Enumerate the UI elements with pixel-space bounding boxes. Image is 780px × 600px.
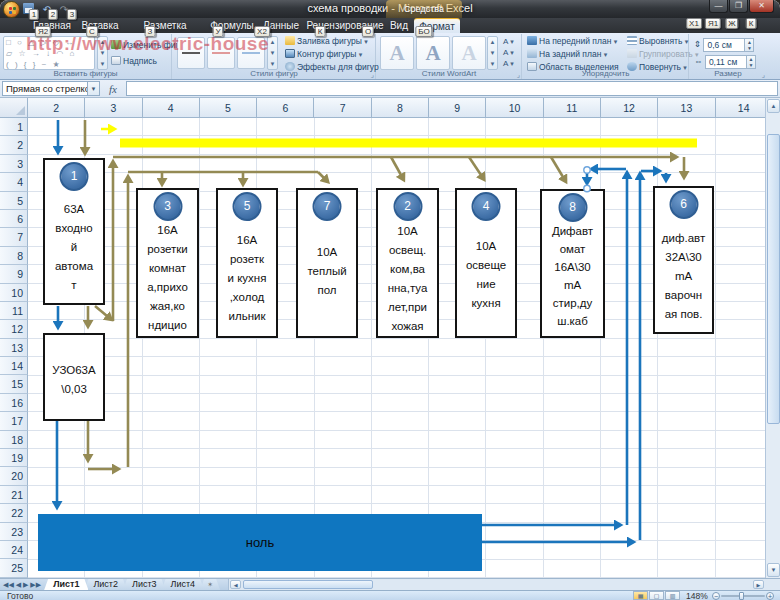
bring-to-front-button[interactable]: На передний план ▾: [527, 35, 617, 48]
shape-box1[interactable]: 163Авходнойавтомат: [43, 158, 105, 305]
column-header-12[interactable]: 12: [601, 98, 658, 118]
column-header-3[interactable]: 3: [85, 98, 142, 118]
wordart-style-1[interactable]: A: [380, 36, 414, 70]
row-header-4[interactable]: 4: [0, 173, 28, 191]
wordart-scroll[interactable]: ▲▼▼: [487, 36, 498, 70]
shape-box7[interactable]: 710Атеплыйпол: [296, 188, 358, 338]
column-header-9[interactable]: 9: [429, 98, 486, 118]
row-header-5[interactable]: 5: [0, 192, 28, 210]
row-header-7[interactable]: 7: [0, 228, 28, 246]
group-button[interactable]: Группировать ▾: [627, 48, 699, 61]
row-header-25[interactable]: 25: [0, 559, 28, 577]
scroll-up-button[interactable]: ▲: [767, 99, 780, 113]
shape-box8[interactable]: 8Дифавтомат16А\30mAстир,душ.каб: [540, 189, 605, 338]
wordart-dialog-launcher[interactable]: ⌟: [517, 71, 520, 78]
shape-fill-button[interactable]: Заливка фигуры ▾: [285, 35, 368, 48]
shape-nol[interactable]: ноль: [38, 514, 482, 571]
horizontal-scroll-thumb[interactable]: [243, 580, 373, 589]
row-header-1[interactable]: 1: [0, 118, 28, 136]
shape-box2[interactable]: 210Аосвещ.ком,ванна,туалет,прихожая: [376, 188, 439, 338]
shape-box4[interactable]: 410Аосвещениекухня: [455, 188, 517, 338]
shape-height-field[interactable]: ⇕ 0,6 см▲▼: [694, 36, 754, 52]
zoom-out-button[interactable]: −: [712, 592, 720, 600]
row-header-8[interactable]: 8: [0, 247, 28, 265]
shape-styles-dialog-launcher[interactable]: ⌟: [371, 71, 374, 78]
row-header-13[interactable]: 13: [0, 339, 28, 357]
row-header-2[interactable]: 2: [0, 136, 28, 154]
sheet-tab-Лист2[interactable]: Лист2: [84, 579, 127, 590]
shape-width-field[interactable]: ⇔ 0,11 см▲▼: [694, 53, 756, 69]
column-header-13[interactable]: 13: [658, 98, 715, 118]
row-header-14[interactable]: 14: [0, 357, 28, 375]
scroll-right-button[interactable]: ▶: [753, 580, 764, 589]
row-header-18[interactable]: 18: [0, 431, 28, 449]
text-effects-button[interactable]: A ▾: [503, 58, 514, 69]
row-header-20[interactable]: 20: [0, 467, 28, 485]
row-header-19[interactable]: 19: [0, 449, 28, 467]
vertical-scroll-thumb[interactable]: [767, 134, 780, 424]
sheet-tab-Лист4[interactable]: Лист4: [162, 579, 205, 590]
row-header-3[interactable]: 3: [0, 155, 28, 173]
row-header-10[interactable]: 10: [0, 284, 28, 302]
maximize-button[interactable]: ❐: [729, 0, 748, 13]
row-header-9[interactable]: 9: [0, 265, 28, 283]
align-button[interactable]: Выровнять ▾: [627, 35, 688, 48]
textbox-button[interactable]: Надпись: [111, 55, 157, 68]
normal-view-button[interactable]: ▦: [633, 591, 648, 600]
sheet-tab-Лист3[interactable]: Лист3: [123, 579, 166, 590]
name-box-dropdown[interactable]: ▼: [88, 81, 100, 96]
insert-worksheet-button[interactable]: ✶: [200, 579, 220, 590]
page-layout-view-button[interactable]: ▢: [649, 591, 664, 600]
text-outline-button[interactable]: A ▾: [503, 47, 514, 58]
row-header-24[interactable]: 24: [0, 541, 28, 559]
column-header-5[interactable]: 5: [200, 98, 257, 118]
column-header-8[interactable]: 8: [372, 98, 429, 118]
zoom-in-button[interactable]: +: [766, 592, 774, 600]
insert-function-button[interactable]: fx: [100, 83, 126, 95]
text-fill-button[interactable]: A ▾: [503, 36, 514, 47]
shape-box6[interactable]: 6диф.авт32А\30mAварочная пов.: [653, 186, 714, 334]
column-header-7[interactable]: 7: [314, 98, 371, 118]
row-header-16[interactable]: 16: [0, 394, 28, 412]
shape-uzo[interactable]: УЗО63А\0,03: [43, 333, 105, 421]
scroll-left-button[interactable]: ◀: [230, 580, 241, 589]
name-box[interactable]: Прямая со стрелкой...: [2, 81, 88, 96]
shape-box5[interactable]: 516Арозетки кухня,холодильник: [216, 188, 278, 338]
zoom-slider[interactable]: − +: [712, 591, 774, 600]
row-header-17[interactable]: 17: [0, 412, 28, 430]
zoom-level[interactable]: 148%: [686, 591, 708, 600]
select-all-corner[interactable]: [0, 98, 28, 118]
row-header-21[interactable]: 21: [0, 486, 28, 504]
column-header-4[interactable]: 4: [143, 98, 200, 118]
column-header-11[interactable]: 11: [544, 98, 601, 118]
tab-Разметка страницы[interactable]: Разметка страницы: [124, 18, 206, 33]
row-header-12[interactable]: 12: [0, 320, 28, 338]
column-header-6[interactable]: 6: [257, 98, 314, 118]
formula-input[interactable]: [126, 81, 778, 96]
shape-box3[interactable]: 316Арозеткикомната,прихожая,кондицио: [136, 188, 199, 338]
sheet-nav-buttons[interactable]: ◀◀ ◀ ▶ ▶▶: [0, 579, 44, 590]
row-header-23[interactable]: 23: [0, 523, 28, 541]
close-button[interactable]: ✕: [749, 0, 774, 13]
row-header-22[interactable]: 22: [0, 504, 28, 522]
column-header-14[interactable]: 14: [716, 98, 765, 118]
tab-Вставка[interactable]: Вставка: [78, 18, 122, 33]
sheet-tab-Лист1[interactable]: Лист1: [44, 579, 88, 590]
minimize-button[interactable]: —: [709, 0, 728, 13]
horizontal-scrollbar[interactable]: ◀ ▶: [228, 579, 780, 590]
scroll-down-button[interactable]: ▼: [767, 563, 780, 577]
shape-outline-button[interactable]: Контур фигуры ▾: [285, 48, 362, 61]
page-break-view-button[interactable]: ▥: [665, 591, 680, 600]
send-to-back-button[interactable]: На задний план ▾: [527, 48, 607, 61]
row-header-6[interactable]: 6: [0, 210, 28, 228]
vertical-scrollbar[interactable]: ▲ ▼: [765, 98, 780, 578]
row-header-15[interactable]: 15: [0, 375, 28, 393]
wordart-style-2[interactable]: A: [416, 36, 450, 70]
column-header-10[interactable]: 10: [486, 98, 543, 118]
size-dialog-launcher[interactable]: ⌟: [762, 71, 765, 78]
tab-Вид[interactable]: Вид: [386, 18, 412, 33]
zoom-thumb[interactable]: [739, 592, 744, 600]
column-header-2[interactable]: 2: [28, 98, 85, 118]
row-header-11[interactable]: 11: [0, 302, 28, 320]
wordart-style-3[interactable]: A: [452, 36, 486, 70]
